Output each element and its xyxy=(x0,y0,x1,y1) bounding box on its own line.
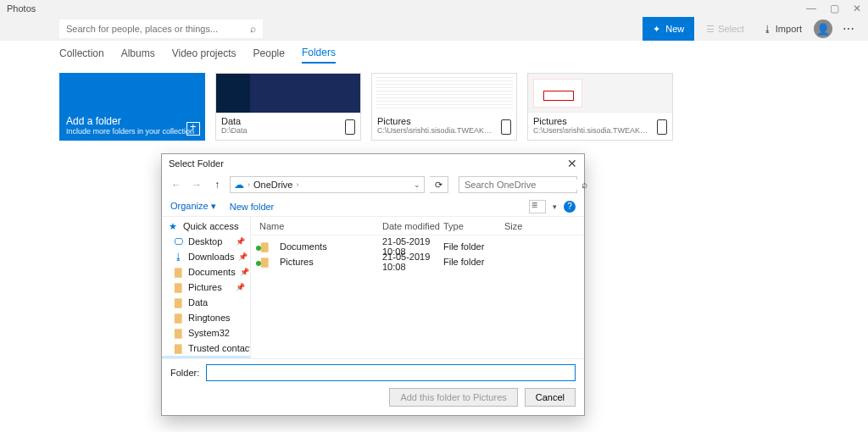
dialog-search-box[interactable]: ⌕ xyxy=(459,176,577,193)
folder-icon: ▇ xyxy=(172,343,184,354)
file-name: Pictures xyxy=(271,257,382,267)
folder-icon: ▇ xyxy=(172,267,184,278)
tab-albums[interactable]: Albums xyxy=(121,44,155,63)
import-icon: ⭳ xyxy=(763,24,772,34)
folder-icon: ▇ xyxy=(172,313,184,324)
tree-pictures[interactable]: ▇Pictures📌 xyxy=(162,280,250,295)
folder-thumb xyxy=(528,74,672,113)
new-icon: ✦ xyxy=(653,24,660,35)
search-icon: ⌕ xyxy=(581,179,587,191)
new-button[interactable]: ✦ New xyxy=(643,17,694,41)
tree-desktop[interactable]: 🖵Desktop📌 xyxy=(162,234,250,249)
tab-people[interactable]: People xyxy=(253,44,285,63)
command-bar: ⌕ ✦ New ☰ Select ⭳ Import 👤 ⋯ xyxy=(0,17,868,41)
import-label: Import xyxy=(776,24,802,34)
dialog-search-input[interactable] xyxy=(465,180,581,190)
chevron-down-icon[interactable]: ▾ xyxy=(553,202,557,211)
tree-trusted-contacts[interactable]: ▇Trusted contacts xyxy=(162,341,250,356)
tab-video-projects[interactable]: Video projects xyxy=(172,44,236,63)
tree-system32[interactable]: ▇System32 xyxy=(162,325,250,341)
organize-button[interactable]: Organize ▾ xyxy=(170,201,216,212)
device-icon xyxy=(657,119,667,135)
tree-data[interactable]: ▇Data xyxy=(162,295,250,310)
app-title: Photos xyxy=(7,3,36,14)
folder-icon: ▇ xyxy=(172,282,184,293)
folder-thumb xyxy=(216,74,360,113)
col-name[interactable]: Name xyxy=(251,221,382,231)
folder-cards: Add a folder Include more folders in you… xyxy=(0,66,868,141)
folder-sync-icon: ▇ xyxy=(258,257,271,268)
tab-collection[interactable]: Collection xyxy=(59,44,104,63)
nav-back-button[interactable]: ← xyxy=(169,177,184,192)
new-label: New xyxy=(665,24,684,34)
add-folder-card[interactable]: Add a folder Include more folders in you… xyxy=(59,73,205,141)
window-titlebar: Photos — ▢ ✕ xyxy=(0,0,868,17)
folder-tree: ★Quick access 🖵Desktop📌 ⭳Downloads📌 ▇Doc… xyxy=(162,217,251,358)
cancel-button[interactable]: Cancel xyxy=(525,388,576,407)
folder-title: Pictures xyxy=(377,116,511,126)
col-type[interactable]: Type xyxy=(443,221,504,231)
select-label: Select xyxy=(718,24,744,34)
folder-label: Folder: xyxy=(170,368,199,378)
pin-icon: 📌 xyxy=(236,283,245,291)
star-icon: ★ xyxy=(167,221,179,232)
file-type: File folder xyxy=(443,241,504,252)
folder-title: Data xyxy=(221,116,355,126)
device-icon xyxy=(501,119,511,135)
help-button[interactable]: ? xyxy=(564,201,576,213)
file-list: Name Date modified Type Size ▇ Documents… xyxy=(251,217,584,358)
refresh-button[interactable]: ⟳ xyxy=(430,176,448,193)
add-folder-title: Add a folder xyxy=(66,115,198,127)
dialog-footer: Folder: Add this folder to Pictures Canc… xyxy=(162,358,584,415)
minimize-button[interactable]: — xyxy=(806,3,816,14)
select-icon: ☰ xyxy=(706,24,715,35)
col-size[interactable]: Size xyxy=(504,221,548,231)
dialog-close-button[interactable]: ✕ xyxy=(567,157,577,170)
desktop-icon: 🖵 xyxy=(172,236,184,246)
close-window-button[interactable]: ✕ xyxy=(853,3,861,14)
tree-quick-access[interactable]: ★Quick access xyxy=(162,219,250,234)
more-button[interactable]: ⋯ xyxy=(837,22,861,36)
dialog-nav: ← → ↑ ☁ › OneDrive › ⌄ ⟳ ⌕ xyxy=(162,173,584,197)
folder-input[interactable] xyxy=(206,364,576,381)
folder-path: C:\Users\srishti.sisodia.TWEAKORG\OneD..… xyxy=(533,126,652,135)
chevron-right-icon: › xyxy=(296,180,298,189)
add-folder-button[interactable]: Add this folder to Pictures xyxy=(389,388,517,407)
nav-forward-button[interactable]: → xyxy=(189,177,204,192)
file-name: Documents xyxy=(271,241,382,252)
tree-downloads[interactable]: ⭳Downloads📌 xyxy=(162,249,250,264)
new-folder-button[interactable]: New folder xyxy=(230,202,275,212)
col-date[interactable]: Date modified xyxy=(382,221,443,231)
breadcrumb-root[interactable]: OneDrive xyxy=(253,180,292,190)
file-date: 21-05-2019 10:08 xyxy=(382,252,443,272)
view-mode-button[interactable] xyxy=(529,200,546,213)
search-box[interactable]: ⌕ xyxy=(59,19,263,38)
chevron-right-icon: › xyxy=(248,180,250,189)
nav-up-button[interactable]: ↑ xyxy=(209,177,225,192)
import-button[interactable]: ⭳ Import xyxy=(756,17,809,41)
select-button[interactable]: ☰ Select xyxy=(699,17,751,41)
nav-tabs: Collection Albums Video projects People … xyxy=(0,41,868,66)
dialog-title: Select Folder xyxy=(169,158,224,169)
folder-card-pictures-2[interactable]: Pictures C:\Users\srishti.sisodia.TWEAKO… xyxy=(527,73,673,141)
tree-ringtones[interactable]: ▇Ringtones xyxy=(162,310,250,325)
breadcrumb[interactable]: ☁ › OneDrive › ⌄ xyxy=(230,176,425,193)
file-row[interactable]: ▇ Pictures 21-05-2019 10:08 File folder xyxy=(251,254,584,269)
pin-icon: 📌 xyxy=(238,252,248,261)
chevron-down-icon[interactable]: ⌄ xyxy=(414,180,420,189)
user-avatar[interactable]: 👤 xyxy=(814,19,832,38)
tree-documents[interactable]: ▇Documents📌 xyxy=(162,264,250,280)
file-type: File folder xyxy=(443,257,504,267)
add-folder-subtitle: Include more folders in your collection xyxy=(66,127,198,136)
tab-folders[interactable]: Folders xyxy=(302,43,336,64)
folder-card-data[interactable]: Data D:\Data xyxy=(215,73,361,141)
pin-icon: 📌 xyxy=(236,237,245,246)
file-list-header: Name Date modified Type Size xyxy=(251,217,584,235)
device-icon xyxy=(345,119,355,135)
search-input[interactable] xyxy=(66,24,250,34)
maximize-button[interactable]: ▢ xyxy=(830,3,839,14)
folder-sync-icon: ▇ xyxy=(258,241,271,252)
add-icon xyxy=(186,122,200,136)
window-controls: — ▢ ✕ xyxy=(806,3,861,14)
folder-card-pictures-1[interactable]: Pictures C:\Users\srishti.sisodia.TWEAKO… xyxy=(371,73,517,141)
